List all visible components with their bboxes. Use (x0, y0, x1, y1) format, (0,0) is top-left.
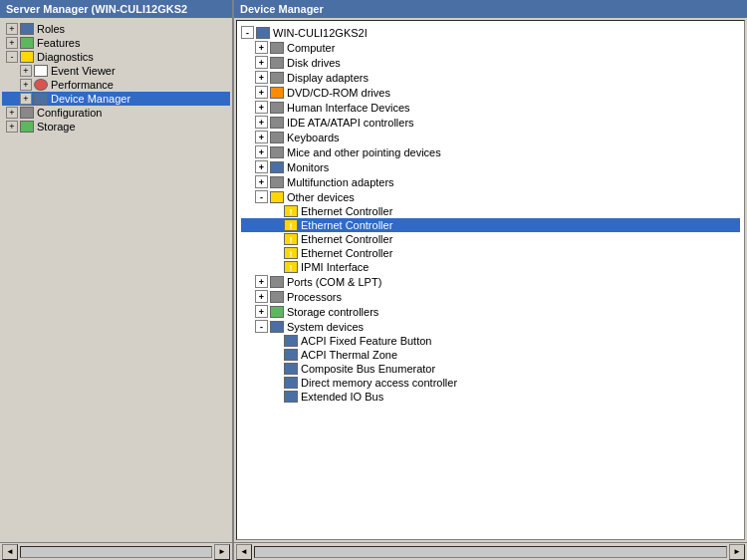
ports-label: Ports (COM & LPT) (287, 276, 381, 288)
expand-other[interactable]: - (255, 190, 268, 203)
extio-label: Extended IO Bus (301, 391, 383, 403)
storagectrl-label: Storage controllers (287, 306, 378, 318)
dev-item-keyboard[interactable]: + Keyboards (241, 130, 740, 144)
expand-icon-diagnostics[interactable]: - (6, 51, 18, 63)
dev-item-hid[interactable]: + Human Interface Devices (241, 100, 740, 115)
eth1-label: Ethernet Controller (301, 205, 392, 217)
dev-item-disk[interactable]: + Disk drives (241, 55, 740, 70)
processors-label: Processors (287, 291, 342, 303)
roles-icon (20, 23, 34, 35)
monitors-icon (270, 161, 284, 173)
device-tree[interactable]: - WIN-CULI12GKS2I + Computer + Disk driv… (236, 20, 745, 540)
dev-item-monitors[interactable]: + Monitors (241, 159, 740, 174)
features-icon (20, 37, 34, 49)
features-label: Features (37, 37, 80, 49)
expand-mice[interactable]: + (255, 145, 268, 158)
dev-item-mice[interactable]: + Mice and other pointing devices (241, 144, 740, 159)
acpi1-icon (284, 335, 298, 347)
dev-item-ports[interactable]: + Ports (COM & LPT) (241, 274, 740, 289)
composite-icon (284, 363, 298, 375)
dev-item-ipmi[interactable]: ! IPMI Interface (241, 260, 740, 274)
acpi1-label: ACPI Fixed Feature Button (301, 335, 431, 347)
dev-item-display[interactable]: + Display adapters (241, 70, 740, 85)
dev-item-eth3[interactable]: ! Ethernet Controller (241, 232, 740, 246)
expand-root[interactable]: - (241, 26, 254, 39)
right-scrollbar: ◄ ► (234, 542, 747, 560)
dev-item-composite[interactable]: Composite Bus Enumerator (241, 362, 740, 376)
dev-item-sysdevices[interactable]: - System devices (241, 319, 740, 334)
right-panel-title: Device Manager (234, 0, 747, 18)
right-scroll-track[interactable] (254, 546, 727, 558)
expand-display[interactable]: + (255, 71, 268, 84)
left-tree: + Roles + Features - Diagnostics + Event… (0, 18, 232, 542)
dev-item-ide[interactable]: + IDE ATA/ATAPI controllers (241, 115, 740, 130)
sidebar-item-eventviewer[interactable]: + Event Viewer (2, 64, 230, 78)
dev-item-eth1[interactable]: ! Ethernet Controller (241, 204, 740, 218)
dev-item-eth2[interactable]: ! Ethernet Controller (241, 218, 740, 232)
right-panel: Device Manager - WIN-CULI12GKS2I + Compu… (234, 0, 747, 560)
expand-computer[interactable]: + (255, 41, 268, 54)
expand-icon-devmgr[interactable]: + (20, 93, 32, 105)
expand-icon-performance[interactable]: + (20, 79, 32, 91)
eth3-label: Ethernet Controller (301, 233, 392, 245)
dev-item-storagectrl[interactable]: + Storage controllers (241, 304, 740, 319)
diagnostics-label: Diagnostics (37, 51, 94, 63)
expand-icon-eventviewer[interactable]: + (20, 65, 32, 77)
left-scroll-right[interactable]: ► (214, 544, 230, 560)
expand-monitors[interactable]: + (255, 160, 268, 173)
dev-item-computer[interactable]: + Computer (241, 40, 740, 55)
ide-icon (270, 117, 284, 129)
expand-dvd[interactable]: + (255, 86, 268, 99)
expand-icon-configuration[interactable]: + (6, 107, 18, 119)
sidebar-item-features[interactable]: + Features (2, 36, 230, 50)
processors-icon (270, 291, 284, 303)
sidebar-item-storage[interactable]: + Storage (2, 120, 230, 134)
dev-item-dma[interactable]: Direct memory access controller (241, 376, 740, 390)
eth2-label: Ethernet Controller (301, 219, 392, 231)
expand-sysdevices[interactable]: - (255, 320, 268, 333)
expand-disk[interactable]: + (255, 56, 268, 69)
dma-label: Direct memory access controller (301, 377, 457, 389)
dev-item-acpi1[interactable]: ACPI Fixed Feature Button (241, 334, 740, 348)
expand-hid[interactable]: + (255, 101, 268, 114)
dev-item-root[interactable]: - WIN-CULI12GKS2I (241, 25, 740, 40)
keyboard-icon (270, 132, 284, 143)
sidebar-item-performance[interactable]: + Performance (2, 78, 230, 92)
dev-item-extio[interactable]: Extended IO Bus (241, 390, 740, 404)
expand-storagectrl[interactable]: + (255, 305, 268, 318)
sidebar-item-devmgr[interactable]: + Device Manager (2, 92, 230, 106)
right-scroll-left[interactable]: ◄ (236, 544, 252, 560)
left-scroll-track[interactable] (20, 546, 212, 558)
hid-icon (270, 102, 284, 114)
sidebar-item-configuration[interactable]: + Configuration (2, 106, 230, 120)
expand-keyboard[interactable]: + (255, 131, 268, 143)
dev-item-dvd[interactable]: + DVD/CD-ROM drives (241, 85, 740, 100)
eth3-warn-icon: ! (284, 233, 298, 245)
right-scroll-right[interactable]: ► (729, 544, 745, 560)
dev-item-processors[interactable]: + Processors (241, 289, 740, 304)
dev-item-other[interactable]: - Other devices (241, 189, 740, 204)
sidebar-item-roles[interactable]: + Roles (2, 22, 230, 36)
expand-icon-features[interactable]: + (6, 37, 18, 49)
storagectrl-icon (270, 306, 284, 318)
dev-item-acpi2[interactable]: ACPI Thermal Zone (241, 348, 740, 362)
eth4-warn-icon: ! (284, 247, 298, 259)
mice-label: Mice and other pointing devices (287, 146, 441, 158)
sidebar-item-diagnostics[interactable]: - Diagnostics (2, 50, 230, 64)
computer-label: Computer (287, 42, 335, 54)
expand-icon-storage[interactable]: + (6, 121, 18, 133)
expand-processors[interactable]: + (255, 290, 268, 303)
dev-item-eth4[interactable]: ! Ethernet Controller (241, 246, 740, 260)
expand-ide[interactable]: + (255, 116, 268, 129)
disk-label: Disk drives (287, 57, 341, 69)
mice-icon (270, 146, 284, 158)
multifunction-icon (270, 176, 284, 188)
devmgr-label: Device Manager (51, 93, 130, 105)
dvd-label: DVD/CD-ROM drives (287, 87, 390, 99)
dev-item-multifunction[interactable]: + Multifunction adapters (241, 174, 740, 189)
expand-multifunction[interactable]: + (255, 175, 268, 188)
eventviewer-label: Event Viewer (51, 65, 116, 77)
expand-icon-roles[interactable]: + (6, 23, 18, 35)
expand-ports[interactable]: + (255, 275, 268, 288)
left-scroll-left[interactable]: ◄ (2, 544, 18, 560)
